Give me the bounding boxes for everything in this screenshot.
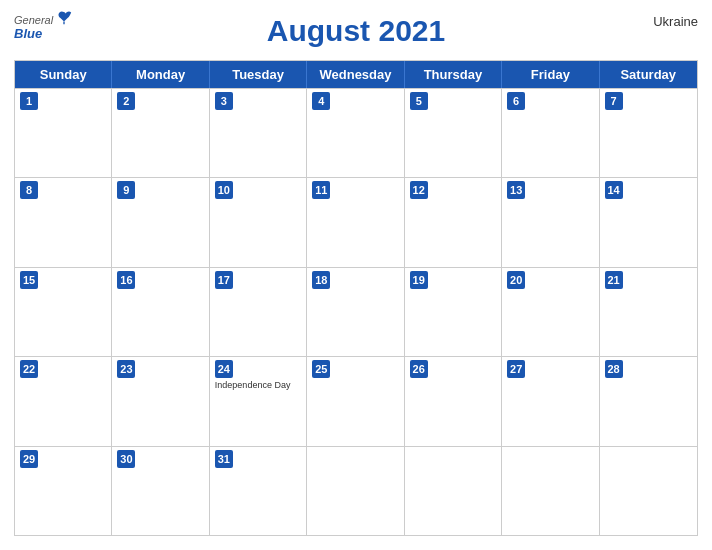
day-number: 7 — [605, 92, 623, 110]
logo-area: General Blue — [14, 10, 73, 41]
calendar-weeks: 123456789101112131415161718192021222324I… — [15, 88, 697, 535]
day-number: 27 — [507, 360, 525, 378]
day-number: 9 — [117, 181, 135, 199]
day-header-sunday: Sunday — [15, 61, 112, 88]
day-number: 3 — [215, 92, 233, 110]
day-number: 28 — [605, 360, 623, 378]
day-cell: 19 — [405, 268, 502, 356]
day-cell — [600, 447, 697, 535]
calendar: General Blue August 2021 Ukraine SundayM… — [0, 0, 712, 550]
day-number: 31 — [215, 450, 233, 468]
day-header-saturday: Saturday — [600, 61, 697, 88]
logo-blue-text: Blue — [14, 26, 42, 41]
day-cell: 16 — [112, 268, 209, 356]
day-header-wednesday: Wednesday — [307, 61, 404, 88]
week-row-2: 891011121314 — [15, 177, 697, 266]
day-cell: 27 — [502, 357, 599, 445]
logo: General — [14, 10, 73, 26]
day-header-friday: Friday — [502, 61, 599, 88]
day-cell: 15 — [15, 268, 112, 356]
day-number: 24 — [215, 360, 233, 378]
day-cell: 18 — [307, 268, 404, 356]
country-label: Ukraine — [653, 14, 698, 29]
day-cell: 13 — [502, 178, 599, 266]
week-row-4: 222324Independence Day25262728 — [15, 356, 697, 445]
day-cell: 3 — [210, 89, 307, 177]
day-cell: 20 — [502, 268, 599, 356]
week-row-5: 293031 — [15, 446, 697, 535]
day-number: 15 — [20, 271, 38, 289]
calendar-title: August 2021 — [267, 14, 445, 48]
day-cell: 31 — [210, 447, 307, 535]
day-number: 30 — [117, 450, 135, 468]
day-number: 20 — [507, 271, 525, 289]
day-number: 13 — [507, 181, 525, 199]
day-number: 10 — [215, 181, 233, 199]
day-number: 6 — [507, 92, 525, 110]
day-number: 23 — [117, 360, 135, 378]
day-number: 4 — [312, 92, 330, 110]
day-cell: 1 — [15, 89, 112, 177]
day-cell: 28 — [600, 357, 697, 445]
day-number: 5 — [410, 92, 428, 110]
day-cell: 17 — [210, 268, 307, 356]
day-cell: 8 — [15, 178, 112, 266]
calendar-grid: SundayMondayTuesdayWednesdayThursdayFrid… — [14, 60, 698, 536]
day-cell: 9 — [112, 178, 209, 266]
day-number: 17 — [215, 271, 233, 289]
day-cell: 10 — [210, 178, 307, 266]
day-cell: 12 — [405, 178, 502, 266]
day-cell: 24Independence Day — [210, 357, 307, 445]
day-cell: 4 — [307, 89, 404, 177]
day-number: 25 — [312, 360, 330, 378]
day-number: 12 — [410, 181, 428, 199]
calendar-header: General Blue August 2021 Ukraine — [14, 10, 698, 54]
day-cell — [307, 447, 404, 535]
logo-general-text: General — [14, 14, 53, 26]
day-header-tuesday: Tuesday — [210, 61, 307, 88]
day-number: 19 — [410, 271, 428, 289]
day-cell: 29 — [15, 447, 112, 535]
day-cell: 21 — [600, 268, 697, 356]
day-number: 2 — [117, 92, 135, 110]
day-cell — [405, 447, 502, 535]
day-number: 16 — [117, 271, 135, 289]
day-cell: 23 — [112, 357, 209, 445]
day-number: 18 — [312, 271, 330, 289]
day-cell: 22 — [15, 357, 112, 445]
day-header-monday: Monday — [112, 61, 209, 88]
day-cell: 11 — [307, 178, 404, 266]
week-row-1: 1234567 — [15, 88, 697, 177]
day-number: 14 — [605, 181, 623, 199]
day-cell: 5 — [405, 89, 502, 177]
day-cell: 2 — [112, 89, 209, 177]
day-number: 29 — [20, 450, 38, 468]
event-label: Independence Day — [215, 380, 301, 390]
day-cell: 6 — [502, 89, 599, 177]
day-number: 11 — [312, 181, 330, 199]
day-cell: 14 — [600, 178, 697, 266]
day-cell: 25 — [307, 357, 404, 445]
week-row-3: 15161718192021 — [15, 267, 697, 356]
day-cell: 30 — [112, 447, 209, 535]
day-headers-row: SundayMondayTuesdayWednesdayThursdayFrid… — [15, 61, 697, 88]
day-number: 1 — [20, 92, 38, 110]
day-number: 26 — [410, 360, 428, 378]
day-cell — [502, 447, 599, 535]
logo-bird-icon — [55, 10, 73, 26]
day-header-thursday: Thursday — [405, 61, 502, 88]
day-number: 22 — [20, 360, 38, 378]
day-number: 21 — [605, 271, 623, 289]
day-cell: 7 — [600, 89, 697, 177]
day-cell: 26 — [405, 357, 502, 445]
day-number: 8 — [20, 181, 38, 199]
